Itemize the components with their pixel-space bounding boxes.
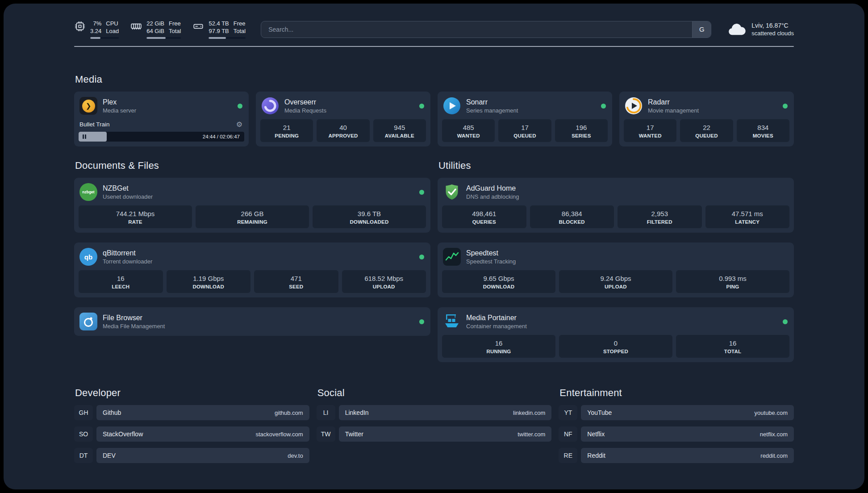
playback-progress-bar[interactable]: 24:44 / 02:06:47 xyxy=(79,132,244,142)
bookmark-name: DEV xyxy=(103,452,116,459)
app-name: NZBGet xyxy=(103,184,153,193)
bookmark-abbr: TW xyxy=(317,426,335,442)
disk-progress-bar xyxy=(209,37,246,39)
stat-wanted: 17 WANTED xyxy=(624,119,676,142)
bookmark-url: reddit.com xyxy=(760,452,788,459)
bookmark-netflix[interactable]: NF Netflix netflix.com xyxy=(559,426,794,442)
app-name: Radarr xyxy=(648,98,699,107)
stat-total: 16 TOTAL xyxy=(676,335,789,358)
app-subtitle: Container management xyxy=(466,322,527,330)
portainer-card[interactable]: Media Portainer Container management 16 … xyxy=(438,307,794,362)
bookmark-abbr: DT xyxy=(74,448,93,463)
cpu-icon xyxy=(74,21,86,32)
stat-remaining: 266 GB REMAINING xyxy=(196,205,309,228)
disk-total-value: 97.9 TB xyxy=(209,27,229,35)
stat-series: 196 SERIES xyxy=(555,119,608,142)
section-title-media: Media xyxy=(75,74,794,85)
adguard-card[interactable]: AdGuard Home DNS and adblocking 498,461 … xyxy=(438,178,794,233)
stat-upload: 618.52 Mbps UPLOAD xyxy=(342,270,426,293)
bookmark-url: stackoverflow.com xyxy=(255,431,303,438)
stat-latency: 47.571 ms LATENCY xyxy=(705,205,790,228)
bookmark-name: Github xyxy=(103,409,121,416)
stat-running: 16 RUNNING xyxy=(442,335,555,358)
status-dot xyxy=(601,104,606,109)
stat-pending: 21 PENDING xyxy=(260,119,313,142)
bookmark-linkedin[interactable]: LI LinkedIn linkedin.com xyxy=(317,405,552,420)
cpu-progress-bar xyxy=(90,37,119,39)
section-title-documents: Documents & Files xyxy=(75,160,430,171)
topbar-divider xyxy=(74,46,794,47)
app-name: File Browser xyxy=(103,313,165,322)
bookmark-abbr: RE xyxy=(559,448,577,463)
sonarr-card[interactable]: Sonarr Series management 485 WANTED 17 Q… xyxy=(438,92,612,146)
app-subtitle: Speedtest Tracking xyxy=(466,258,516,265)
sonarr-icon xyxy=(443,97,461,115)
bookmark-url: dev.to xyxy=(288,452,303,459)
status-dot xyxy=(419,255,424,259)
bookmarks-social: Social LI LinkedIn linkedin.com TW Twitt… xyxy=(317,387,552,448)
media-section: Media Plex Media server Bullet xyxy=(74,74,794,146)
bookmark-abbr: NF xyxy=(559,426,577,442)
stat-ping: 0.993 ms PING xyxy=(676,270,789,293)
settings-gear-icon[interactable] xyxy=(236,120,242,129)
cpu-usage-value: 7% xyxy=(93,20,102,27)
cloud-icon xyxy=(726,22,747,37)
stat-stopped: 0 STOPPED xyxy=(559,335,672,358)
stat-movies: 834 MOVIES xyxy=(737,119,789,142)
bookmark-twitter[interactable]: TW Twitter twitter.com xyxy=(317,426,552,442)
nzbget-card[interactable]: nzbget NZBGet Usenet downloader 744.21 M… xyxy=(74,178,430,233)
dashboard: 7% 3.24 CPU Load xyxy=(4,4,864,489)
overseerr-card[interactable]: Overseerr Media Requests 21 PENDING 40 A… xyxy=(256,92,430,146)
app-name: AdGuard Home xyxy=(466,184,519,193)
disk-widget: 52.4 TB 97.9 TB Free Total xyxy=(192,20,246,39)
adguard-icon xyxy=(443,183,461,201)
bookmark-url: netflix.com xyxy=(760,431,788,438)
documents-column: Documents & Files nzbget NZBGet Usenet d… xyxy=(74,160,430,336)
memory-total-value: 64 GiB xyxy=(146,27,164,35)
memory-progress-fill xyxy=(146,37,165,39)
radarr-card[interactable]: Radarr Movie management 17 WANTED 22 QUE… xyxy=(619,92,794,146)
stat-download: 1.19 Gbps DOWNLOAD xyxy=(167,270,251,293)
search-input[interactable] xyxy=(261,21,692,38)
stat-available: 945 AVAILABLE xyxy=(373,119,426,142)
bookmark-abbr: YT xyxy=(559,405,577,420)
radarr-icon xyxy=(625,97,643,115)
qbittorrent-card[interactable]: qb qBittorrent Torrent downloader 16 LEE… xyxy=(74,242,430,297)
bookmark-name: Reddit xyxy=(587,452,605,459)
filebrowser-card[interactable]: File Browser Media File Management xyxy=(74,307,430,336)
speedtest-card[interactable]: Speedtest Speedtest Tracking 9.65 Gbps D… xyxy=(438,242,794,297)
speedtest-icon xyxy=(443,248,461,266)
pause-icon[interactable] xyxy=(82,134,87,139)
bookmark-url: linkedin.com xyxy=(513,409,545,416)
status-dot xyxy=(783,319,788,324)
disk-progress-fill xyxy=(209,37,225,39)
app-subtitle: Movie management xyxy=(648,107,699,114)
memory-icon xyxy=(130,21,142,32)
bookmark-url: youtube.com xyxy=(755,409,788,416)
bookmark-stackoverflow[interactable]: SO StackOverflow stackoverflow.com xyxy=(74,426,309,442)
bookmark-abbr: GH xyxy=(74,405,93,420)
cpu-load-label: Load xyxy=(106,27,119,35)
app-subtitle: Usenet downloader xyxy=(103,193,153,201)
app-subtitle: Torrent downloader xyxy=(103,258,152,265)
bookmark-github[interactable]: GH Github github.com xyxy=(74,405,309,420)
app-name: Speedtest xyxy=(466,249,516,258)
app-subtitle: Media Requests xyxy=(284,107,326,114)
app-subtitle: DNS and adblocking xyxy=(466,193,519,201)
nzbget-icon: nzbget xyxy=(79,183,97,201)
bookmark-name: YouTube xyxy=(587,409,612,416)
stat-download: 9.65 Gbps DOWNLOAD xyxy=(442,270,555,293)
app-name: Sonarr xyxy=(466,98,518,107)
bookmark-reddit[interactable]: RE Reddit reddit.com xyxy=(559,448,794,463)
bookmark-youtube[interactable]: YT YouTube youtube.com xyxy=(559,405,794,420)
status-dot xyxy=(238,104,242,109)
stat-approved: 40 APPROVED xyxy=(317,119,369,142)
app-subtitle: Media File Management xyxy=(103,322,165,330)
status-dot xyxy=(783,104,788,109)
disk-total-label: Total xyxy=(234,27,246,35)
plex-card[interactable]: Plex Media server Bullet Train xyxy=(74,92,249,146)
bookmark-dev[interactable]: DT DEV dev.to xyxy=(74,448,309,463)
weather-location: Lviv, 16.87°C xyxy=(751,21,794,29)
stat-rate: 744.21 Mbps RATE xyxy=(79,205,192,228)
search-provider-button[interactable]: G xyxy=(692,21,711,38)
